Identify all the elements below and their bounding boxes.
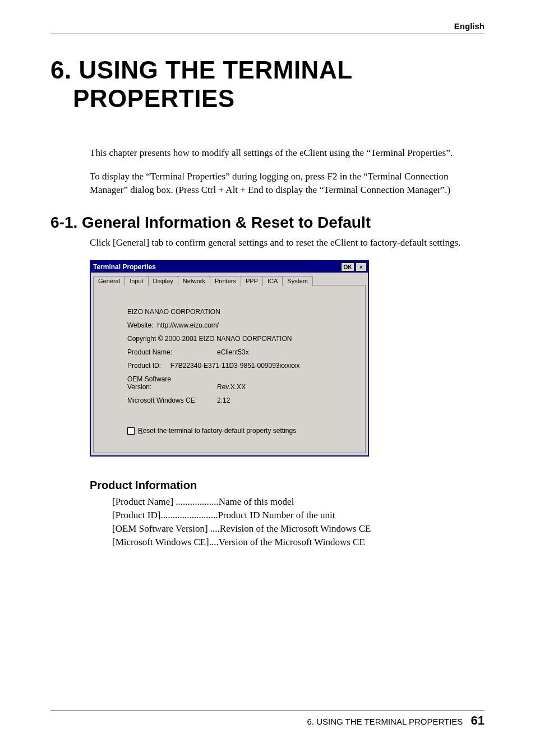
tab-network[interactable]: Network: [178, 276, 210, 286]
intro-paragraph-1: This chapter presents how to modify all …: [90, 146, 485, 160]
tab-panel-general: EIZO NANAO CORPORATION Website: http://w…: [93, 285, 366, 453]
definition-list: [Product Name] ..................Name of…: [112, 495, 485, 548]
chapter-title-line1: USING THE TERMINAL: [79, 56, 352, 84]
oem-label-line1: OEM Software: [127, 375, 171, 383]
oem-version-value: Rev.X.XX: [217, 383, 246, 391]
tab-printers[interactable]: Printers: [210, 276, 241, 286]
product-id-value: F7B22340-E371-11D3-9851-009093xxxxxx: [170, 362, 300, 370]
copyright: Copyright © 2000-2001 EIZO NANAO CORPORA…: [127, 335, 354, 343]
def-oem-version: [OEM Software Version] ....Revision of t…: [112, 522, 485, 536]
reset-label-rest: eset the terminal to factory-default pro…: [143, 427, 296, 435]
titlebar: Terminal Properties OK ×: [91, 261, 368, 273]
intro-paragraph-2: To display the “Terminal Properties” dur…: [90, 170, 485, 197]
website-row: Website: http://www.eizo.com/: [127, 321, 354, 329]
tab-input[interactable]: Input: [124, 276, 148, 286]
chapter-title-line2: PROPERTIES: [50, 85, 485, 113]
wince-row: Microsoft Windows CE: 2.12: [127, 397, 354, 404]
wince-label: Microsoft Windows CE:: [127, 397, 217, 404]
dialog-title: Terminal Properties: [93, 263, 340, 271]
tab-ica[interactable]: ICA: [262, 276, 283, 286]
chapter-number: 6.: [50, 56, 72, 84]
language-label: English: [454, 21, 485, 31]
oem-version-row: OEM Software Version: Rev.X.XX: [127, 375, 354, 391]
reset-mnemonic: R: [138, 427, 143, 435]
def-wince: [Microsoft Windows CE]....Version of the…: [112, 536, 485, 549]
reset-checkbox-row[interactable]: Reset the terminal to factory-default pr…: [127, 427, 354, 435]
chapter-title: 6. USING THE TERMINAL PROPERTIES: [50, 56, 485, 113]
def-product-id: [Product ID]........................Prod…: [112, 509, 485, 522]
website-label: Website:: [127, 321, 153, 329]
section-description: Click [General] tab to confirm general s…: [90, 236, 485, 250]
close-button[interactable]: ×: [356, 262, 367, 271]
product-id-label: Product ID:: [127, 362, 161, 370]
page-number: 61: [471, 713, 485, 727]
footer-rule: [50, 711, 485, 711]
oem-version-label: OEM Software Version:: [127, 375, 217, 391]
oem-label-line2: Version:: [127, 383, 151, 391]
wince-value: 2.12: [217, 397, 230, 404]
tab-ppp[interactable]: PPP: [241, 276, 263, 286]
footer: 6. USING THE TERMINAL PROPERTIES 61: [307, 713, 485, 728]
def-product-name: [Product Name] ..................Name of…: [112, 495, 485, 509]
tab-system[interactable]: System: [282, 276, 313, 286]
ok-button[interactable]: OK: [341, 262, 354, 271]
tab-general[interactable]: General: [93, 276, 125, 286]
footer-text: 6. USING THE TERMINAL PROPERTIES: [307, 717, 463, 726]
tab-display[interactable]: Display: [148, 276, 178, 286]
product-name-row: Product Name: eClient53x: [127, 348, 354, 356]
product-id-row: Product ID: F7B22340-E371-11D3-9851-0090…: [127, 362, 354, 370]
terminal-properties-dialog: Terminal Properties OK × General Input D…: [90, 260, 369, 457]
reset-checkbox[interactable]: [127, 427, 135, 435]
section-heading: 6-1. General Information & Reset to Defa…: [50, 214, 485, 232]
website-value: http://www.eizo.com/: [157, 321, 219, 329]
intro-block: This chapter presents how to modify all …: [90, 146, 485, 196]
product-name-label: Product Name:: [127, 348, 217, 356]
reset-label: Reset the terminal to factory-default pr…: [138, 427, 296, 435]
product-name-value: eClient53x: [217, 348, 249, 356]
product-information-heading: Product Information: [90, 479, 485, 492]
tab-row: General Input Display Network Printers P…: [91, 274, 368, 286]
company-name: EIZO NANAO CORPORATION: [127, 308, 354, 316]
top-rule: [50, 34, 485, 34]
